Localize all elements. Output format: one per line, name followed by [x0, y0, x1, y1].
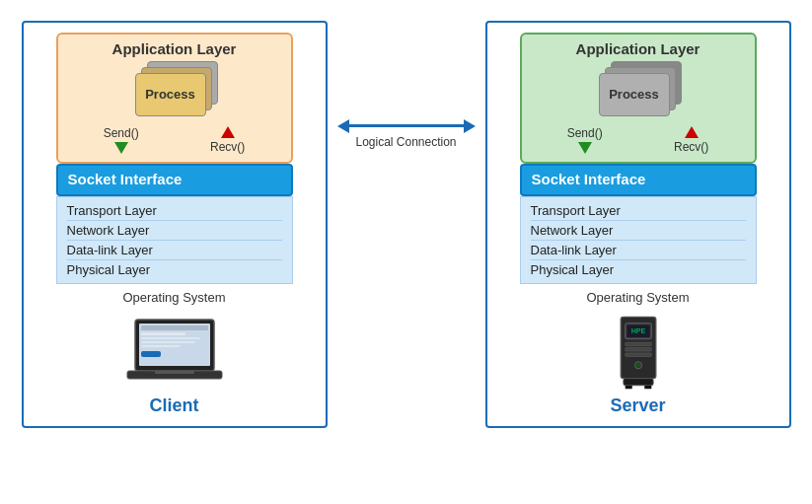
svg-rect-21 — [644, 385, 651, 389]
server-app-layer: Application Layer Process Send() R — [520, 33, 757, 164]
server-app-layer-title: Application Layer — [532, 40, 745, 57]
client-recv-label: Recv() — [210, 140, 245, 154]
svg-rect-9 — [155, 371, 194, 374]
server-socket-box: Socket Interface — [520, 164, 757, 196]
client-send-arrow — [114, 142, 128, 154]
server-recv-label: Recv() — [674, 140, 708, 154]
server-recv-arrow — [685, 126, 699, 138]
server-os-label: Operating System — [586, 290, 689, 305]
svg-rect-14 — [625, 342, 651, 346]
server-layer-network: Network Layer — [531, 221, 746, 241]
client-os-label: Operating System — [122, 290, 225, 305]
server-layer-physical: Physical Layer — [531, 260, 746, 279]
client-device — [120, 313, 229, 392]
svg-rect-20 — [625, 385, 631, 389]
client-socket-box: Socket Interface — [56, 164, 293, 196]
server-send-recv-row: Send() Recv() — [532, 126, 745, 154]
logical-arrow — [337, 119, 476, 133]
client-recv-arrow — [221, 126, 235, 138]
server-recv-col: Recv() — [674, 126, 708, 154]
laptop-icon — [125, 318, 224, 387]
client-layer-physical: Physical Layer — [67, 260, 282, 279]
diagram: Application Layer Process Send() R — [12, 11, 801, 494]
client-layer-datalink: Data-link Layer — [67, 241, 282, 260]
server-process-stack: Process — [599, 61, 678, 120]
server-device: HPE — [584, 313, 693, 392]
client-layer-list: Transport Layer Network Layer Data-link … — [56, 196, 293, 284]
svg-rect-16 — [625, 352, 651, 356]
client-label: Client — [149, 396, 198, 416]
server-socket-title: Socket Interface — [532, 171, 745, 187]
svg-rect-2 — [141, 325, 208, 330]
client-send-col: Send() — [104, 126, 139, 154]
arrow-left-head — [337, 119, 349, 133]
server-node: Application Layer Process Send() R — [485, 21, 791, 428]
server-process-label: Process — [609, 87, 659, 102]
client-layer-network: Network Layer — [67, 221, 282, 241]
svg-rect-6 — [141, 345, 181, 347]
svg-rect-15 — [625, 347, 651, 351]
client-node: Application Layer Process Send() R — [22, 21, 328, 428]
svg-text:HPE: HPE — [630, 327, 645, 335]
server-layer-datalink: Data-link Layer — [531, 241, 746, 260]
server-layer-list: Transport Layer Network Layer Data-link … — [520, 196, 757, 284]
arrow-right-head — [464, 119, 476, 133]
logical-label: Logical Connection — [355, 135, 456, 149]
svg-rect-19 — [623, 378, 652, 385]
server-send-col: Send() — [567, 126, 603, 154]
client-app-layer-title: Application Layer — [68, 40, 281, 57]
svg-rect-5 — [141, 341, 195, 343]
client-app-layer: Application Layer Process Send() R — [56, 33, 293, 164]
client-socket-title: Socket Interface — [68, 171, 281, 187]
arrow-shaft — [349, 124, 464, 127]
client-layer-transport: Transport Layer — [67, 201, 282, 221]
svg-point-18 — [636, 363, 640, 367]
client-process-stack: Process — [135, 61, 214, 120]
server-tower-icon: HPE — [604, 313, 673, 392]
server-process-card-front: Process — [599, 73, 670, 116]
client-process-label: Process — [145, 87, 195, 102]
svg-rect-4 — [141, 337, 200, 339]
server-layer-transport: Transport Layer — [531, 201, 746, 221]
middle-connection: Logical Connection — [328, 119, 485, 149]
client-recv-col: Recv() — [210, 126, 245, 154]
svg-rect-3 — [141, 332, 185, 335]
svg-rect-7 — [141, 351, 161, 357]
server-send-arrow — [578, 142, 592, 154]
server-label: Server — [610, 396, 665, 416]
server-send-label: Send() — [567, 126, 603, 140]
client-send-recv-row: Send() Recv() — [68, 126, 281, 154]
client-send-label: Send() — [104, 126, 139, 140]
client-process-card-front: Process — [135, 73, 206, 116]
main-row: Application Layer Process Send() R — [12, 21, 801, 428]
